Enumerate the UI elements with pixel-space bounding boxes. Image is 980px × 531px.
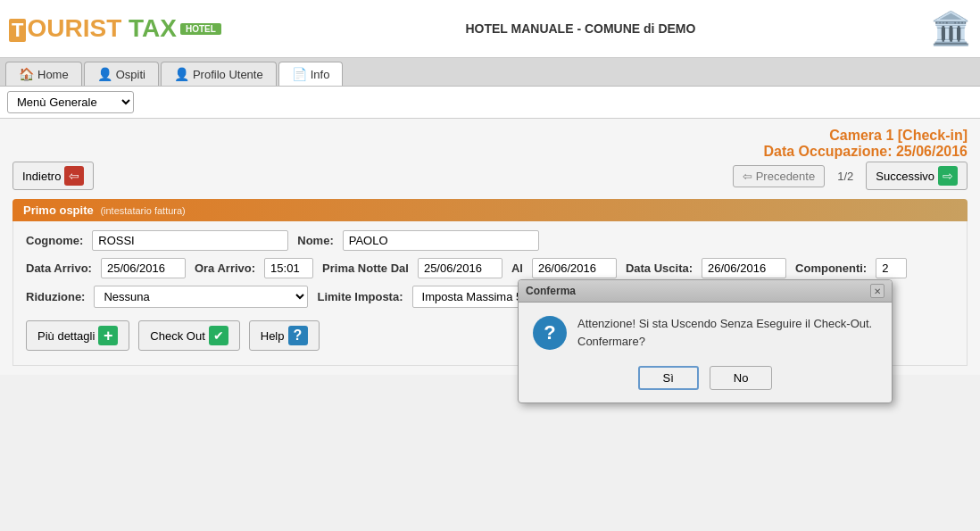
dialog-close-button[interactable]: ✕ [870, 284, 884, 298]
dialog-body: ? Attenzione! Si sta Uscendo Senza Esegu… [519, 303, 892, 402]
ospiti-icon: 👤 [97, 67, 112, 81]
confirm-dialog: Conferma ✕ ? Attenzione! Si sta Uscendo … [518, 279, 893, 403]
nav-bar: 🏠 Home 👤 Ospiti 👤 Profilo Utente 📄 Info [0, 58, 980, 87]
logo-tourist: TOURIST [9, 14, 129, 42]
dialog-title: Conferma [526, 285, 576, 297]
tab-info[interactable]: 📄 Info [278, 62, 344, 86]
dialog-message-row: ? Attenzione! Si sta Uscendo Senza Esegu… [533, 315, 877, 350]
top-header: TOURIST TAX HOTEL HOTEL MANUALE - COMUNE… [0, 0, 980, 58]
tab-home-label: Home [37, 68, 69, 81]
tab-profilo-label: Profilo Utente [193, 68, 263, 81]
dialog-message-text: Attenzione! Si sta Uscendo Senza Eseguir… [577, 315, 872, 350]
dialog-overlay: Conferma ✕ ? Attenzione! Si sta Uscendo … [0, 119, 980, 375]
dialog-no-button[interactable]: No [710, 366, 773, 390]
logo-area: TOURIST TAX HOTEL [9, 14, 221, 43]
crest-icon: 🏛️ [931, 10, 971, 47]
tab-profilo[interactable]: 👤 Profilo Utente [161, 62, 277, 86]
tab-ospiti-label: Ospiti [116, 68, 145, 81]
home-icon: 🏠 [19, 67, 34, 81]
profilo-icon: 👤 [174, 67, 189, 81]
dialog-button-row: Sì No [533, 366, 877, 390]
tab-info-label: Info [311, 68, 330, 81]
dialog-si-button[interactable]: Sì [638, 366, 699, 390]
hotel-title: HOTEL MANUALE - COMUNE di DEMO [230, 21, 931, 36]
tab-ospiti[interactable]: 👤 Ospiti [84, 62, 159, 86]
main-content: Camera 1 [Check-in] Data Occupazione: 25… [0, 119, 980, 375]
dialog-title-bar: Conferma ✕ [519, 280, 892, 303]
dialog-question-icon: ? [533, 316, 567, 350]
logo-tax: TAX [129, 14, 177, 42]
toolbar: Menù Generale [0, 87, 980, 119]
menu-general-select[interactable]: Menù Generale [7, 91, 134, 113]
dialog-message-line1: Attenzione! Si sta Uscendo Senza Eseguir… [577, 317, 872, 330]
hotel-badge: HOTEL [180, 23, 221, 35]
info-icon: 📄 [292, 67, 307, 81]
tab-home[interactable]: 🏠 Home [5, 62, 82, 86]
dialog-message-line2: Confermare? [577, 335, 645, 348]
